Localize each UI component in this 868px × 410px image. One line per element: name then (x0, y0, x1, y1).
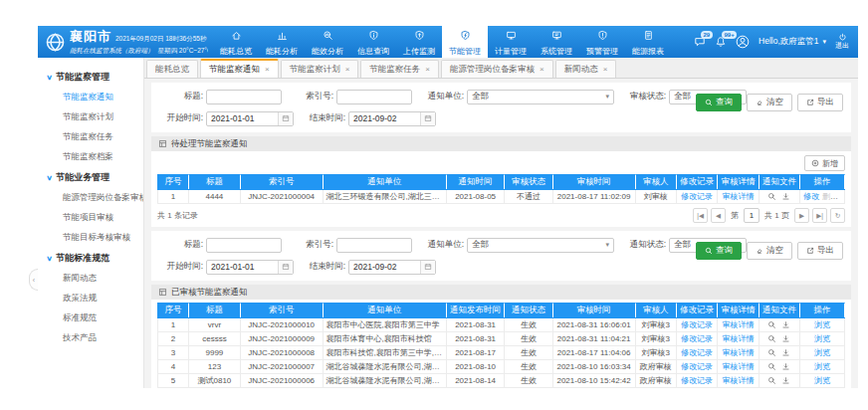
tab-4[interactable]: 节能监察任务× (360, 60, 439, 78)
title-input[interactable] (206, 90, 282, 104)
end-date-input-2[interactable]: 2021-09-02 (348, 260, 436, 275)
clear-button-2[interactable]: 清空 (747, 242, 792, 260)
user-greeting[interactable]: Hello,政府监管1 (759, 36, 818, 48)
search-button[interactable]: 查询 (696, 94, 742, 111)
sidebar-item[interactable]: 技术产品 (38, 328, 143, 348)
refresh-icon[interactable]: ↻ (830, 208, 845, 223)
start-date-input-2[interactable]: 2021-01-01 (206, 260, 294, 275)
preview-file-icon[interactable] (767, 362, 776, 371)
unit-select-2[interactable]: 全部 ▾ (467, 238, 614, 253)
sidebar-item[interactable]: 节能监察计划 (38, 107, 143, 127)
preview-file-icon[interactable] (767, 192, 776, 201)
prev-page-button[interactable]: ◀ (711, 208, 726, 223)
message-icon[interactable]: 29 (694, 36, 706, 48)
sidebar-item[interactable]: 节能项目审核 (38, 208, 143, 228)
first-page-button[interactable]: |◀ (693, 208, 708, 223)
nav-item-2[interactable]: 能耗分析 (259, 26, 305, 58)
nav-item-3[interactable]: 能效分析 (305, 26, 350, 58)
sidebar-item[interactable]: 节能目标考核审核 (38, 228, 143, 248)
modify-record-link[interactable]: 修改记录 (681, 192, 713, 201)
nav-item-9[interactable]: 预警管理 (579, 26, 625, 58)
sidebar-item[interactable]: 节能监察任务 (38, 127, 143, 147)
view-link[interactable]: 浏览 (814, 376, 830, 385)
nav-item-label: 信息查询 (357, 46, 389, 57)
audit-detail-link[interactable]: 审核详情 (722, 362, 754, 371)
current-page-input[interactable]: 1 (744, 208, 760, 223)
clear-button[interactable]: 清空 (747, 94, 792, 111)
preview-file-icon[interactable] (767, 376, 776, 385)
audit-detail-link[interactable]: 审核详情 (722, 348, 754, 357)
delete-link[interactable]: 删除 (822, 192, 838, 201)
audit-detail-link[interactable]: 审核详情 (722, 320, 754, 329)
nav-item-8[interactable]: 系统管理 (534, 26, 579, 58)
view-link[interactable]: 浏览 (814, 320, 830, 329)
download-file-icon[interactable] (781, 192, 790, 201)
tab-1[interactable]: 能耗总览 (146, 60, 198, 78)
end-date-input[interactable]: 2021-09-02 (348, 111, 436, 126)
logout-button[interactable]: 退出 (835, 33, 849, 50)
tab-3[interactable]: 节能监察计划× (281, 60, 359, 78)
download-file-icon[interactable] (781, 348, 790, 357)
download-file-icon[interactable] (781, 376, 790, 385)
sidebar-item[interactable]: 能源管理岗位备案审核 (38, 188, 143, 208)
nav-item-5[interactable]: 上传监测 (396, 26, 442, 58)
bell-icon[interactable]: 99+ (715, 36, 727, 48)
table-cell: JNJC-2021000010 (240, 318, 323, 332)
audit-detail-link[interactable]: 审核详情 (722, 192, 754, 201)
view-link[interactable]: 浏览 (814, 348, 830, 357)
nav-item-6[interactable]: 节能管理 (442, 26, 488, 58)
chevron-down-icon[interactable]: ▾ (822, 38, 826, 46)
tab-close-icon[interactable]: × (425, 65, 430, 74)
nav-item-1[interactable]: 能耗总览 (213, 26, 259, 58)
tab-2-active[interactable]: 节能监察通知× (200, 59, 279, 78)
tab-6[interactable]: 新闻动态× (555, 60, 617, 78)
index-input-2[interactable] (336, 238, 412, 253)
tab-close-icon[interactable]: × (603, 65, 608, 74)
view-link[interactable]: 浏览 (814, 334, 830, 343)
nav-item-4[interactable]: 信息查询 (350, 26, 396, 58)
download-file-icon[interactable] (781, 362, 790, 371)
sidebar-item[interactable]: 新闻动态 (38, 269, 143, 289)
sidebar-group-1[interactable]: ∨节能监察管理 (38, 67, 143, 88)
preview-file-icon[interactable] (767, 334, 776, 343)
sidebar-item[interactable]: 节能监察档案 (38, 147, 143, 167)
modify-record-link[interactable]: 修改记录 (681, 362, 713, 371)
download-file-icon[interactable] (781, 334, 790, 343)
sidebar-collapse-handle[interactable]: ‹ (29, 269, 38, 291)
sidebar-item[interactable]: 标准规范 (38, 308, 143, 328)
tab-close-icon[interactable]: × (265, 65, 270, 74)
add-button[interactable]: 新增 (804, 155, 845, 171)
sidebar-item[interactable]: 政策法规 (38, 289, 143, 308)
main-nav: 能耗总览能耗分析能效分析信息查询上传监测节能管理计量管理系统管理预警管理能源报表 (213, 26, 690, 58)
tab-close-icon[interactable]: × (345, 65, 350, 74)
nav-item-7[interactable]: 计量管理 (488, 26, 534, 58)
view-link[interactable]: 浏览 (814, 362, 830, 371)
view-link[interactable]: 浏览 (841, 192, 844, 201)
edit-link[interactable]: 修改 (803, 192, 819, 201)
sidebar-item-active[interactable]: 节能监察通知 (38, 88, 143, 107)
audit-detail-link[interactable]: 审核详情 (722, 376, 754, 385)
preview-file-icon[interactable] (767, 320, 776, 329)
modify-record-link[interactable]: 修改记录 (681, 320, 713, 329)
search-button-2[interactable]: 查询 (696, 242, 742, 260)
download-file-icon[interactable] (781, 320, 790, 329)
nav-item-10[interactable]: 能源报表 (625, 26, 671, 58)
export-button[interactable]: 导出 (797, 94, 843, 111)
next-page-button[interactable]: ▶ (794, 208, 809, 223)
tab-5[interactable]: 能源管理岗位备案审核× (441, 60, 553, 78)
title-input-2[interactable] (206, 238, 282, 253)
export-button-2[interactable]: 导出 (797, 242, 843, 260)
modify-record-link[interactable]: 修改记录 (681, 348, 713, 357)
start-date-input[interactable]: 2021-01-01 (206, 111, 294, 126)
user-avatar-icon[interactable] (736, 35, 750, 49)
sidebar-group-3[interactable]: ∨节能标准规范 (38, 248, 143, 269)
modify-record-link[interactable]: 修改记录 (681, 334, 713, 343)
last-page-button[interactable]: ▶| (812, 208, 827, 223)
modify-record-link[interactable]: 修改记录 (681, 376, 713, 385)
tab-close-icon[interactable]: × (540, 65, 544, 74)
preview-file-icon[interactable] (767, 348, 776, 357)
index-input[interactable] (336, 90, 412, 104)
sidebar-group-2[interactable]: ∨节能业务管理 (38, 167, 143, 188)
unit-select[interactable]: 全部 ▾ (467, 90, 614, 104)
audit-detail-link[interactable]: 审核详情 (722, 334, 754, 343)
